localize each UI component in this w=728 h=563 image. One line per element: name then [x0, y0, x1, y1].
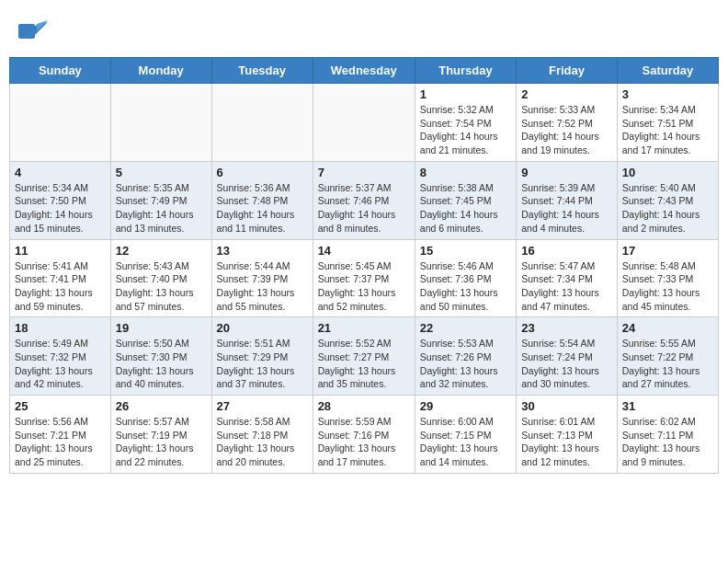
day-info: Sunrise: 5:41 AM Sunset: 7:41 PM Dayligh…	[15, 259, 106, 314]
calendar-cell: 22Sunrise: 5:53 AM Sunset: 7:26 PM Dayli…	[415, 317, 516, 396]
calendar-cell: 24Sunrise: 5:55 AM Sunset: 7:22 PM Dayli…	[617, 317, 718, 396]
calendar-cell: 19Sunrise: 5:50 AM Sunset: 7:30 PM Dayli…	[110, 317, 211, 396]
day-info: Sunrise: 5:55 AM Sunset: 7:22 PM Dayligh…	[622, 337, 713, 391]
calendar-cell: 23Sunrise: 5:54 AM Sunset: 7:24 PM Dayli…	[517, 317, 618, 396]
day-number: 12	[116, 244, 207, 258]
day-info: Sunrise: 5:38 AM Sunset: 7:45 PM Dayligh…	[420, 181, 511, 236]
calendar-cell	[313, 84, 415, 162]
day-header-friday: Friday	[517, 58, 618, 84]
day-number: 11	[15, 244, 106, 258]
day-number: 24	[622, 321, 713, 335]
day-number: 26	[116, 399, 207, 413]
day-number: 27	[217, 399, 308, 413]
day-number: 14	[318, 244, 410, 258]
calendar-cell	[211, 84, 313, 162]
calendar-week-row: 1Sunrise: 5:32 AM Sunset: 7:54 PM Daylig…	[10, 84, 719, 162]
calendar-week-row: 4Sunrise: 5:34 AM Sunset: 7:50 PM Daylig…	[10, 161, 719, 239]
calendar-cell: 6Sunrise: 5:36 AM Sunset: 7:48 PM Daylig…	[211, 161, 313, 239]
day-info: Sunrise: 5:52 AM Sunset: 7:27 PM Dayligh…	[318, 337, 410, 391]
day-number: 1	[420, 87, 511, 101]
day-number: 20	[217, 321, 308, 335]
calendar-cell: 27Sunrise: 5:58 AM Sunset: 7:18 PM Dayli…	[211, 396, 313, 474]
day-header-wednesday: Wednesday	[313, 58, 415, 84]
day-info: Sunrise: 5:47 AM Sunset: 7:34 PM Dayligh…	[521, 259, 612, 314]
day-number: 13	[217, 244, 308, 258]
day-info: Sunrise: 5:48 AM Sunset: 7:33 PM Dayligh…	[622, 259, 713, 314]
calendar-cell: 29Sunrise: 6:00 AM Sunset: 7:15 PM Dayli…	[415, 396, 516, 474]
calendar-cell: 15Sunrise: 5:46 AM Sunset: 7:36 PM Dayli…	[415, 239, 516, 317]
calendar-cell: 18Sunrise: 5:49 AM Sunset: 7:32 PM Dayli…	[10, 317, 111, 396]
day-number: 28	[318, 399, 410, 413]
day-number: 10	[622, 166, 713, 179]
day-number: 21	[318, 321, 410, 335]
day-number: 16	[521, 244, 612, 258]
calendar-week-row: 25Sunrise: 5:56 AM Sunset: 7:21 PM Dayli…	[10, 396, 719, 474]
calendar-cell: 17Sunrise: 5:48 AM Sunset: 7:33 PM Dayli…	[617, 239, 718, 317]
day-number: 31	[622, 399, 713, 413]
calendar-header-row: SundayMondayTuesdayWednesdayThursdayFrid…	[10, 58, 719, 84]
calendar-cell: 12Sunrise: 5:43 AM Sunset: 7:40 PM Dayli…	[110, 239, 211, 317]
day-header-sunday: Sunday	[10, 58, 111, 84]
day-info: Sunrise: 5:57 AM Sunset: 7:19 PM Dayligh…	[116, 415, 207, 469]
day-info: Sunrise: 5:56 AM Sunset: 7:21 PM Dayligh…	[15, 415, 106, 469]
calendar-cell: 9Sunrise: 5:39 AM Sunset: 7:44 PM Daylig…	[517, 161, 618, 239]
day-header-monday: Monday	[110, 58, 211, 84]
day-number: 18	[15, 321, 106, 335]
day-number: 4	[15, 166, 106, 179]
day-info: Sunrise: 5:50 AM Sunset: 7:30 PM Dayligh…	[116, 337, 207, 391]
day-number: 30	[521, 399, 612, 413]
day-number: 9	[521, 166, 612, 179]
calendar-cell: 30Sunrise: 6:01 AM Sunset: 7:13 PM Dayli…	[517, 396, 618, 474]
day-number: 8	[420, 166, 511, 179]
day-header-saturday: Saturday	[617, 58, 718, 84]
day-info: Sunrise: 5:34 AM Sunset: 7:50 PM Dayligh…	[15, 181, 106, 236]
calendar-cell: 16Sunrise: 5:47 AM Sunset: 7:34 PM Dayli…	[517, 239, 618, 317]
page-header	[9, 9, 719, 52]
calendar-week-row: 11Sunrise: 5:41 AM Sunset: 7:41 PM Dayli…	[10, 239, 719, 317]
calendar-cell: 28Sunrise: 5:59 AM Sunset: 7:16 PM Dayli…	[313, 396, 415, 474]
calendar-cell: 7Sunrise: 5:37 AM Sunset: 7:46 PM Daylig…	[313, 161, 415, 239]
day-number: 25	[15, 399, 106, 413]
day-number: 3	[622, 87, 713, 101]
day-info: Sunrise: 5:53 AM Sunset: 7:26 PM Dayligh…	[420, 337, 511, 391]
calendar-cell: 4Sunrise: 5:34 AM Sunset: 7:50 PM Daylig…	[10, 161, 111, 239]
day-info: Sunrise: 5:43 AM Sunset: 7:40 PM Dayligh…	[116, 259, 207, 314]
day-info: Sunrise: 6:02 AM Sunset: 7:11 PM Dayligh…	[622, 415, 713, 469]
day-info: Sunrise: 5:37 AM Sunset: 7:46 PM Dayligh…	[318, 181, 410, 236]
svg-rect-0	[18, 24, 35, 39]
day-number: 15	[420, 244, 511, 258]
calendar-cell	[110, 84, 211, 162]
day-info: Sunrise: 5:36 AM Sunset: 7:48 PM Dayligh…	[217, 181, 308, 236]
day-number: 6	[217, 166, 308, 179]
calendar-cell: 5Sunrise: 5:35 AM Sunset: 7:49 PM Daylig…	[110, 161, 211, 239]
calendar-cell: 14Sunrise: 5:45 AM Sunset: 7:37 PM Dayli…	[313, 239, 415, 317]
day-number: 2	[521, 87, 612, 101]
calendar-cell: 10Sunrise: 5:40 AM Sunset: 7:43 PM Dayli…	[617, 161, 718, 239]
calendar-cell: 13Sunrise: 5:44 AM Sunset: 7:39 PM Dayli…	[211, 239, 313, 317]
day-number: 17	[622, 244, 713, 258]
day-number: 19	[116, 321, 207, 335]
calendar-cell: 25Sunrise: 5:56 AM Sunset: 7:21 PM Dayli…	[10, 396, 111, 474]
logo	[18, 18, 53, 48]
calendar-cell	[10, 84, 111, 162]
day-info: Sunrise: 5:46 AM Sunset: 7:36 PM Dayligh…	[420, 259, 511, 314]
day-header-tuesday: Tuesday	[211, 58, 313, 84]
day-info: Sunrise: 5:44 AM Sunset: 7:39 PM Dayligh…	[217, 259, 308, 314]
day-info: Sunrise: 5:32 AM Sunset: 7:54 PM Dayligh…	[420, 103, 511, 157]
day-number: 23	[521, 321, 612, 335]
day-info: Sunrise: 5:35 AM Sunset: 7:49 PM Dayligh…	[116, 181, 207, 236]
day-header-thursday: Thursday	[415, 58, 516, 84]
day-number: 7	[318, 166, 410, 179]
calendar-table: SundayMondayTuesdayWednesdayThursdayFrid…	[9, 57, 719, 474]
day-info: Sunrise: 5:40 AM Sunset: 7:43 PM Dayligh…	[622, 181, 713, 236]
day-info: Sunrise: 5:39 AM Sunset: 7:44 PM Dayligh…	[521, 181, 612, 236]
day-number: 29	[420, 399, 511, 413]
calendar-cell: 26Sunrise: 5:57 AM Sunset: 7:19 PM Dayli…	[110, 396, 211, 474]
logo-icon	[18, 18, 48, 48]
day-info: Sunrise: 5:33 AM Sunset: 7:52 PM Dayligh…	[521, 103, 612, 157]
day-info: Sunrise: 5:59 AM Sunset: 7:16 PM Dayligh…	[318, 415, 410, 469]
day-info: Sunrise: 5:45 AM Sunset: 7:37 PM Dayligh…	[318, 259, 410, 314]
calendar-week-row: 18Sunrise: 5:49 AM Sunset: 7:32 PM Dayli…	[10, 317, 719, 396]
day-number: 22	[420, 321, 511, 335]
calendar-cell: 21Sunrise: 5:52 AM Sunset: 7:27 PM Dayli…	[313, 317, 415, 396]
